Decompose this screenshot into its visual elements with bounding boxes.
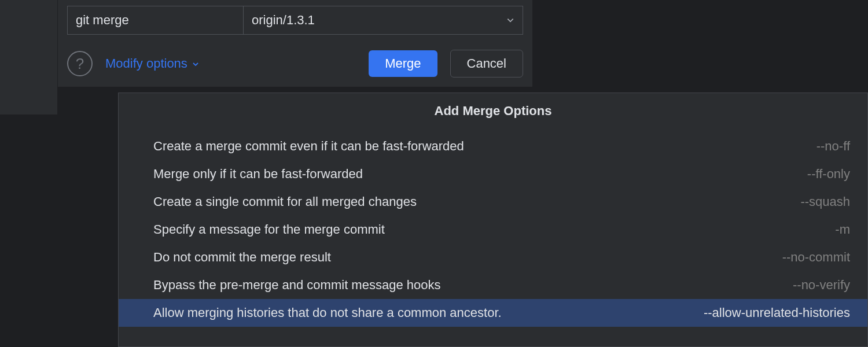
option-description: Specify a message for the merge commit — [153, 222, 385, 237]
option-description: Create a single commit for all merged ch… — [153, 194, 417, 209]
merge-option-item[interactable]: Do not commit the merge result--no-commi… — [119, 243, 867, 271]
dialog-footer: ? Modify options Merge Cancel — [67, 50, 523, 77]
branch-select-value: origin/1.3.1 — [252, 13, 315, 28]
chevron-down-icon — [192, 60, 199, 67]
merge-button[interactable]: Merge — [369, 50, 437, 77]
chevron-down-icon — [506, 16, 514, 24]
merge-option-item[interactable]: Create a merge commit even if it can be … — [119, 132, 867, 160]
option-description: Create a merge commit even if it can be … — [153, 139, 464, 154]
help-glyph: ? — [76, 55, 84, 73]
merge-option-item[interactable]: Create a single commit for all merged ch… — [119, 188, 867, 216]
help-icon[interactable]: ? — [67, 51, 93, 76]
option-flag: -m — [835, 222, 850, 237]
option-flag: --no-verify — [793, 278, 850, 293]
option-description: Bypass the pre-merge and commit message … — [153, 278, 440, 293]
option-description: Do not commit the merge result — [153, 250, 331, 265]
merge-option-item[interactable]: Merge only if it can be fast-forwarded--… — [119, 160, 867, 188]
input-row: origin/1.3.1 — [67, 6, 523, 35]
option-flag: --allow-unrelated-histories — [704, 305, 850, 320]
modify-options-label: Modify options — [105, 56, 187, 71]
modify-options-link[interactable]: Modify options — [105, 56, 356, 71]
options-list: Create a merge commit even if it can be … — [119, 132, 867, 327]
option-flag: --no-ff — [816, 139, 850, 154]
cancel-button[interactable]: Cancel — [450, 50, 523, 77]
merge-option-item[interactable]: Allow merging histories that do not shar… — [119, 299, 867, 327]
merge-options-panel: Add Merge Options Create a merge commit … — [118, 93, 868, 347]
option-flag: --no-commit — [782, 250, 850, 265]
option-flag: --squash — [800, 194, 850, 209]
merge-option-item[interactable]: Bypass the pre-merge and commit message … — [119, 271, 867, 299]
option-description: Allow merging histories that do not shar… — [153, 305, 502, 320]
merge-dialog: origin/1.3.1 ? Modify options Merge Canc… — [58, 0, 532, 87]
option-description: Merge only if it can be fast-forwarded — [153, 167, 363, 182]
panel-title: Add Merge Options — [119, 104, 867, 119]
git-command-input[interactable] — [67, 6, 244, 35]
branch-select[interactable]: origin/1.3.1 — [244, 6, 523, 35]
merge-option-item[interactable]: Specify a message for the merge commit-m — [119, 216, 867, 243]
sidebar-stub — [0, 0, 58, 115]
option-flag: --ff-only — [807, 167, 850, 182]
